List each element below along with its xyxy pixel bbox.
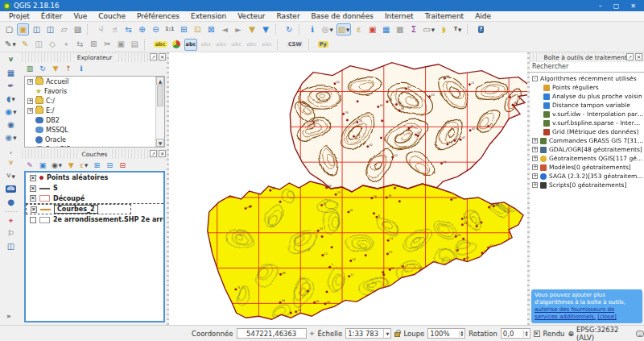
help-icon[interactable]: ? <box>475 23 487 35</box>
filter-browser-icon[interactable]: ▼ <box>50 63 61 74</box>
open-project-icon[interactable]: ▣ <box>17 23 29 35</box>
menu-item-traitement[interactable]: Traitement <box>419 11 470 22</box>
add-vector-layer-icon[interactable]: V <box>5 54 17 66</box>
statistics-panel-icon[interactable]: Σ <box>407 23 419 35</box>
minimize-button[interactable]: – <box>599 2 602 10</box>
browser-item-accueil[interactable]: Accueil <box>25 77 164 86</box>
run-feature-action-icon[interactable]: ◎▼ <box>320 23 335 35</box>
add-group-icon[interactable]: ▣ <box>37 160 48 171</box>
refresh-map-icon[interactable]: ↻ <box>283 23 295 35</box>
delete-selected-icon[interactable]: ⊠ <box>88 39 100 51</box>
render-checkbox[interactable] <box>534 331 540 337</box>
zoom-out-icon[interactable]: ⊖ <box>150 23 162 35</box>
browser-item-oracle[interactable]: Oracle <box>25 135 164 144</box>
browser-item-db2[interactable]: DB2 <box>25 115 164 125</box>
label-move-icon[interactable]: abc <box>229 39 243 51</box>
label-rotate-icon[interactable]: abc <box>245 39 258 51</box>
deselect-all-icon[interactable]: ▣ <box>366 23 378 35</box>
menu-item-couche[interactable]: Couche <box>93 11 131 22</box>
toolbox-search-input[interactable]: Rechercher <box>530 62 644 73</box>
zoom-full-icon[interactable]: ⊞ <box>178 23 190 35</box>
magnifier-spinbox[interactable]: 100%▲▼ <box>427 328 465 339</box>
new-project-icon[interactable]: ▢ <box>3 23 15 35</box>
cut-features-icon[interactable]: ✂ <box>101 39 114 51</box>
browser-scrollbar[interactable]: ▲ ▼ <box>155 77 164 147</box>
label-show-hide-icon[interactable]: abc <box>214 39 228 51</box>
browser-item-favoris[interactable]: ★Favoris <box>25 86 164 96</box>
pan-map-icon[interactable]: ☝ <box>109 23 121 35</box>
filter-legend-expression-icon[interactable]: ε▼ <box>78 160 89 171</box>
layer-item-courbes-2[interactable]: Courbes_2 <box>26 204 131 214</box>
maximize-button[interactable]: ▢ <box>613 2 620 10</box>
menu-item-vue[interactable]: Vue <box>68 11 93 22</box>
toolbox-alg-vsurf-bspline[interactable]: v.surf.bspline.sparse - Interpolation ..… <box>530 119 644 127</box>
label-pin-unpin-icon[interactable]: abc <box>199 39 213 51</box>
toolbox-alg-vsurf-idw[interactable]: v.surf.idw - Interpolation par la méth..… <box>530 110 644 119</box>
show-bookmarks-icon[interactable]: ▼ <box>260 23 272 35</box>
scroll-down-icon[interactable]: ▼ <box>156 139 164 147</box>
add-wfs-layer-icon[interactable]: ◉▼ <box>4 131 19 143</box>
crs-status-button[interactable]: ⊕ EPSG:32632 (ALV) <box>568 326 628 341</box>
layers-float-button[interactable]: ↗ <box>150 150 157 157</box>
scale-combobox[interactable]: 1:33 783▼ <box>345 328 391 339</box>
layer-visibility-checkbox[interactable] <box>30 195 36 202</box>
add-feature-icon[interactable]: + <box>60 39 72 51</box>
add-wms-layer-icon[interactable]: ◉▼ <box>4 106 19 118</box>
move-feature-icon[interactable]: ⇆ <box>74 39 86 51</box>
new-bookmark-icon[interactable]: ▼ <box>246 23 258 35</box>
scale-lock-icon[interactable] <box>394 332 400 337</box>
menu-item--diter[interactable]: Éditer <box>35 11 68 22</box>
layer-item-points-aleatoires[interactable]: Points aléatoires <box>26 173 163 183</box>
zoom-next-icon[interactable]: ► <box>233 23 245 35</box>
menu-item-extension[interactable]: Extension <box>185 11 232 22</box>
diagram-options-icon[interactable] <box>171 39 183 51</box>
save-project-as-icon[interactable]: ◫ <box>44 23 56 35</box>
extents-toggle-icon[interactable]: ⌖ <box>310 330 315 338</box>
db-manager-icon[interactable]: ◫ <box>5 240 17 252</box>
python-console-icon[interactable]: Py <box>316 39 330 51</box>
new-print-composer-icon[interactable]: ▱ <box>58 23 70 35</box>
touch-zoom-pan-icon[interactable]: ☟ <box>95 23 107 35</box>
zoom-to-selection-icon[interactable]: ⊠ <box>205 23 217 35</box>
save-layer-edits-icon[interactable]: ◫ <box>33 39 45 51</box>
toolbox-alg-points-reguliers[interactable]: Points réguliers <box>530 83 644 92</box>
collapse-all-layers-icon[interactable]: ⊟ <box>104 160 115 171</box>
zoom-native-icon[interactable]: 1:1 <box>163 23 176 35</box>
toolbox-close-button[interactable]: ✕ <box>635 53 642 60</box>
field-calculator-icon[interactable]: ▩ <box>394 23 406 35</box>
menu-item-base-de-donn-es[interactable]: Base de données <box>306 11 379 22</box>
toggle-editing-icon[interactable]: ✎ <box>19 39 31 51</box>
new-shapefile-layer-icon[interactable]: V <box>5 157 17 169</box>
toolbox-provider-saga[interactable]: SAGA (2.3.2)[353 géotraitements] <box>530 172 644 181</box>
layer-visibility-checkbox[interactable] <box>30 185 36 192</box>
map-tips-icon[interactable]: ◗ <box>438 23 450 35</box>
layer-item-2e-arrondissement[interactable]: 2e arrondissement.SHP 2e arrondiss... <box>26 214 163 225</box>
pan-to-selection-icon[interactable]: ⇆ <box>122 23 134 35</box>
measure-icon[interactable]: ▭▼ <box>421 23 436 35</box>
layer-item-s[interactable]: S <box>26 183 163 193</box>
add-db2-layer-icon[interactable]: db <box>4 183 18 195</box>
toolbox-group-recent[interactable]: Algorithmes récemment utilisés <box>530 74 644 83</box>
toolbar-overflow-icon[interactable]: » <box>6 312 11 320</box>
toolbox-provider-grass7[interactable]: Commandes GRASS GIS 7[313 géotraite... <box>530 136 644 145</box>
browser-properties-icon[interactable]: ℹ <box>76 63 87 74</box>
layer-visibility-checkbox[interactable] <box>31 206 37 213</box>
toolbox-float-button[interactable]: ↗ <box>626 53 634 60</box>
layers-close-button[interactable]: ✕ <box>159 150 166 157</box>
toolbox-alg-distance-tampon[interactable]: Distance tampon variable <box>530 101 644 110</box>
layer-visibility-checkbox[interactable] <box>30 217 36 223</box>
copy-features-icon[interactable]: ▣ <box>115 39 127 51</box>
browser-item-postgis[interactable]: PostGIS <box>25 144 164 148</box>
browser-close-button[interactable]: ✕ <box>159 53 166 60</box>
menu-item-internet[interactable]: Internet <box>379 11 419 22</box>
toolbox-alg-grid-metrique[interactable]: Grid (Métrique des données) <box>530 127 644 136</box>
save-project-icon[interactable]: ◫ <box>31 23 43 35</box>
menu-item-vecteur[interactable]: Vecteur <box>232 11 270 22</box>
remove-layer-group-icon[interactable]: ⊟ <box>117 160 128 171</box>
coordinate-capture-icon[interactable]: ⌖ <box>5 214 17 227</box>
toolbox-provider-scripts[interactable]: Scripts[0 géotraitements] <box>530 181 644 189</box>
paste-features-icon[interactable]: ▤ <box>129 39 141 51</box>
metasearch-icon[interactable]: ⚐ <box>5 227 17 239</box>
expand-all-layers-icon[interactable]: ⊞ <box>91 160 102 171</box>
add-mssql-layer-icon[interactable]: ◖▼ <box>5 93 17 105</box>
